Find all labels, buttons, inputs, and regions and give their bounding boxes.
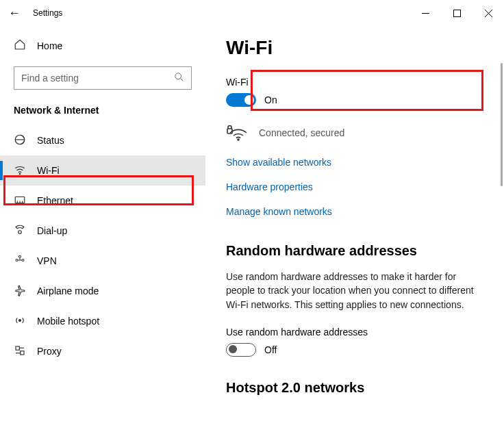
svg-rect-21 bbox=[21, 351, 24, 354]
dialup-icon bbox=[14, 224, 26, 238]
random-hw-toggle-label: Use random hardware addresses bbox=[226, 327, 483, 338]
sidebar-item-label: Proxy bbox=[37, 346, 62, 357]
sidebar-home-label: Home bbox=[37, 40, 62, 51]
content-pane: Wi-Fi Wi-Fi On Connected, secured Show a… bbox=[205, 26, 504, 432]
sidebar-item-label: Ethernet bbox=[37, 195, 73, 206]
random-hw-toggle[interactable] bbox=[226, 343, 256, 357]
link-manage-known[interactable]: Manage known networks bbox=[226, 206, 483, 217]
sidebar-item-label: Mobile hotspot bbox=[37, 316, 99, 327]
sidebar-item-wifi[interactable]: Wi-Fi bbox=[0, 155, 205, 186]
sidebar-item-proxy[interactable]: Proxy bbox=[0, 336, 205, 366]
svg-point-13 bbox=[18, 230, 22, 233]
sidebar-item-label: Status bbox=[37, 135, 64, 146]
sidebar-item-airplane[interactable]: Airplane mode bbox=[0, 276, 205, 306]
ethernet-icon bbox=[14, 194, 26, 208]
sidebar-item-ethernet[interactable]: Ethernet bbox=[0, 186, 205, 216]
link-show-networks[interactable]: Show available networks bbox=[226, 157, 483, 168]
wifi-toggle-state: On bbox=[264, 94, 277, 105]
wifi-icon bbox=[14, 164, 26, 178]
proxy-icon bbox=[14, 344, 26, 359]
wifi-toggle-label: Wi-Fi bbox=[226, 77, 483, 88]
svg-point-19 bbox=[19, 319, 21, 321]
svg-point-14 bbox=[16, 259, 18, 261]
scrollbar[interactable] bbox=[501, 63, 503, 186]
svg-point-15 bbox=[22, 259, 24, 261]
back-button[interactable]: ← bbox=[8, 6, 21, 21]
wifi-toggle[interactable] bbox=[226, 93, 256, 107]
wifi-secured-icon bbox=[226, 122, 248, 143]
search-icon bbox=[174, 72, 184, 84]
minimize-button[interactable] bbox=[410, 2, 441, 24]
connection-status: Connected, secured bbox=[259, 127, 344, 138]
search-placeholder: Find a setting bbox=[21, 73, 79, 84]
random-hw-toggle-state: Off bbox=[264, 344, 277, 355]
svg-rect-1 bbox=[453, 10, 460, 16]
sidebar-item-label: Dial-up bbox=[37, 225, 67, 236]
sidebar-item-label: VPN bbox=[37, 255, 57, 266]
search-input[interactable]: Find a setting bbox=[14, 66, 192, 90]
sidebar-item-label: Airplane mode bbox=[37, 285, 99, 296]
status-icon bbox=[14, 134, 26, 148]
svg-rect-20 bbox=[16, 346, 19, 350]
sidebar-item-hotspot[interactable]: Mobile hotspot bbox=[0, 306, 205, 336]
window-title: Settings bbox=[33, 8, 62, 18]
home-icon bbox=[14, 38, 26, 53]
sidebar-home[interactable]: Home bbox=[0, 31, 205, 60]
random-hw-body: Use random hardware addresses to make it… bbox=[226, 270, 483, 312]
airplane-icon bbox=[14, 284, 26, 298]
hotspot-heading: Hotspot 2.0 networks bbox=[226, 380, 483, 396]
hotspot-icon bbox=[14, 314, 26, 329]
svg-rect-24 bbox=[227, 129, 232, 134]
svg-point-25 bbox=[238, 139, 239, 140]
maximize-button[interactable] bbox=[441, 2, 473, 24]
page-title: Wi-Fi bbox=[226, 37, 483, 59]
svg-point-4 bbox=[175, 73, 181, 79]
sidebar-item-status[interactable]: Status bbox=[0, 125, 205, 155]
svg-point-8 bbox=[19, 173, 21, 175]
svg-line-5 bbox=[180, 78, 183, 81]
sidebar-section-label: Network & Internet bbox=[0, 101, 205, 125]
sidebar-item-dialup[interactable]: Dial-up bbox=[0, 216, 205, 246]
close-button[interactable] bbox=[473, 2, 504, 24]
sidebar-item-vpn[interactable]: VPN bbox=[0, 246, 205, 276]
svg-point-17 bbox=[19, 255, 21, 257]
random-hw-heading: Random hardware addresses bbox=[226, 243, 483, 259]
sidebar-item-label: Wi-Fi bbox=[37, 165, 60, 176]
link-hardware-properties[interactable]: Hardware properties bbox=[226, 181, 483, 192]
sidebar: Home Find a setting Network & Internet S… bbox=[0, 26, 205, 432]
vpn-icon bbox=[14, 254, 26, 268]
